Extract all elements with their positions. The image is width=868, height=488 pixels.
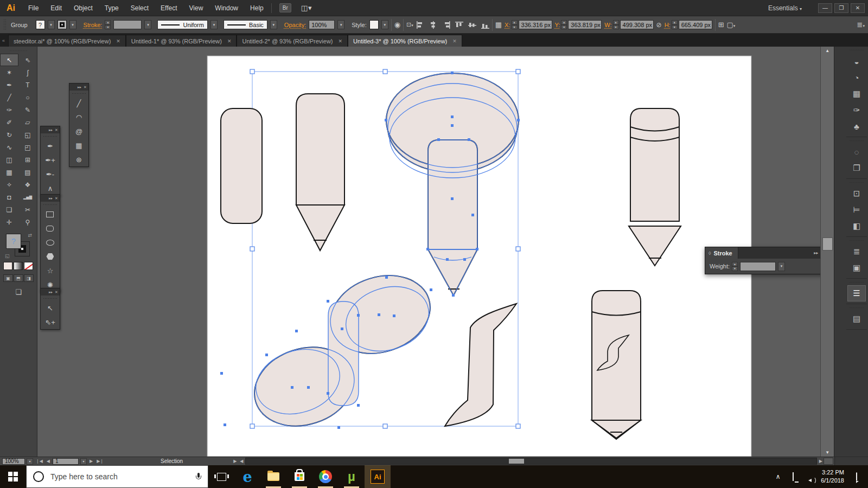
illustrator-app-button[interactable]: Ai	[365, 465, 391, 488]
magic-wand-tool[interactable]: ✶	[0, 66, 18, 79]
column-graph-tool[interactable]: ▂▅▇	[18, 191, 37, 203]
transform-icon[interactable]: ⊞	[718, 21, 724, 29]
align-v-middle-icon[interactable]	[468, 21, 476, 29]
dock-grip[interactable]	[850, 280, 864, 284]
control-panel-menu-icon[interactable]: ≣▾	[857, 21, 865, 29]
style-dropdown-icon[interactable]: ▾	[381, 20, 388, 29]
transform-reference-icon[interactable]: ⊡▾	[406, 21, 413, 28]
menu-file[interactable]: File	[28, 4, 39, 12]
scroll-down-icon[interactable]: ▼	[821, 450, 834, 455]
spiral-tool[interactable]: @	[69, 124, 88, 138]
draw-normal-mode-button[interactable]: ▣	[3, 274, 13, 282]
blend-tool[interactable]: ❖	[18, 178, 37, 191]
menu-object[interactable]: Object	[74, 4, 93, 12]
horizontal-scrollbar[interactable]	[245, 458, 816, 465]
horizontal-scroll-thumb[interactable]	[509, 459, 524, 464]
pathfinder-panel-icon[interactable]: ◧	[847, 218, 866, 234]
start-button[interactable]	[0, 465, 26, 488]
taskbar-clock[interactable]: 3:22 PM 6/1/2018	[816, 468, 848, 485]
scroll-up-icon[interactable]: ▲	[821, 48, 834, 53]
stroke-panel-icon[interactable]: ☰	[847, 285, 866, 301]
menu-select[interactable]: Select	[131, 4, 149, 12]
swatches-panel-icon[interactable]: ▦	[847, 86, 866, 102]
file-explorer-button[interactable]	[260, 465, 286, 488]
free-transform-tool[interactable]: ◰	[18, 141, 37, 153]
network-icon[interactable]	[786, 473, 800, 480]
panel-grip[interactable]	[72, 92, 86, 95]
close-icon[interactable]: ✕	[55, 196, 58, 201]
menu-help[interactable]: Help	[250, 4, 264, 12]
variable-width-dropdown-icon[interactable]: ▾	[210, 20, 218, 29]
x-value[interactable]: 336.316 px	[519, 20, 552, 29]
tab-close-icon[interactable]: ✕	[116, 38, 120, 44]
tab-close-icon[interactable]: ✕	[339, 38, 343, 44]
scale-tool[interactable]: ◱	[18, 129, 37, 141]
dock-grip[interactable]	[850, 181, 864, 184]
paintbrush-tool[interactable]: ✑	[0, 104, 18, 116]
h-value[interactable]: 665.409 px	[679, 20, 712, 29]
arc-tool[interactable]: ◠	[69, 110, 88, 124]
menu-window[interactable]: Window	[215, 4, 238, 12]
line-segment-tool[interactable]: ╱	[69, 96, 88, 110]
collapse-panel-icon[interactable]: ▸▸	[78, 85, 81, 89]
vertical-scrollbar[interactable]: ▲ ▼	[820, 47, 834, 457]
fill-dropdown-arrow-icon[interactable]: ▾	[48, 20, 55, 29]
mesh-tool[interactable]: ▦	[0, 166, 18, 178]
ellipse-tool[interactable]	[41, 235, 60, 249]
brush-dropdown-icon[interactable]: ▾	[270, 20, 277, 29]
menu-effect[interactable]: Effect	[161, 4, 177, 12]
first-artboard-icon[interactable]: ❘◀	[35, 459, 44, 464]
collapse-diamond-icon[interactable]: ◊	[709, 251, 711, 256]
panel-grip[interactable]	[43, 297, 58, 300]
selection-tool[interactable]: ↖	[0, 54, 18, 66]
line-segment-tool[interactable]: ╱	[0, 91, 18, 104]
collapse-panels-icon[interactable]: «	[2, 38, 5, 43]
transparency-panel-icon[interactable]: ◌	[847, 144, 866, 160]
y-label[interactable]: Y:	[555, 22, 560, 28]
dock-grip[interactable]	[850, 139, 864, 143]
panel-grip[interactable]	[43, 203, 58, 206]
transform-panel-icon[interactable]: ⊡	[847, 185, 866, 202]
star-tool[interactable]: ☆	[41, 264, 60, 278]
next-artboard-icon[interactable]: ▶	[88, 459, 94, 464]
w-label[interactable]: W:	[604, 22, 611, 28]
variable-width-profile-select[interactable]: Uniform	[157, 20, 208, 29]
fill-swatch[interactable]: ?	[6, 234, 21, 249]
default-fill-stroke-icon[interactable]: ◱	[5, 253, 10, 259]
direct-selection-tool[interactable]: ⇖	[18, 54, 37, 66]
weight-stepper[interactable]: ▲▼	[732, 262, 738, 271]
bridge-button[interactable]: Br	[279, 3, 291, 12]
artboard-dropdown-icon[interactable]: ▾	[80, 458, 87, 465]
stroke-weight-dropdown-icon[interactable]: ▾	[144, 20, 151, 29]
rectangle-tool[interactable]	[41, 207, 60, 221]
color-guide-panel-icon[interactable]: ◔	[847, 69, 866, 86]
x-label[interactable]: X:	[505, 22, 510, 28]
pencil-tool[interactable]: ✎	[18, 104, 37, 116]
align-panel-icon[interactable]: ⊨	[847, 202, 866, 218]
last-artboard-icon[interactable]: ▶❘	[95, 459, 105, 464]
close-button[interactable]: ✕	[851, 3, 865, 13]
align-h-center-icon[interactable]	[429, 21, 437, 29]
zoom-dropdown-icon[interactable]: ▾	[27, 458, 33, 465]
menu-edit[interactable]: Edit	[50, 4, 62, 12]
task-view-button[interactable]	[208, 465, 234, 488]
close-icon[interactable]: ✕	[84, 85, 87, 89]
draw-inside-mode-button[interactable]: ◨	[24, 274, 34, 282]
add-anchor-point-tool[interactable]: ✒+	[41, 153, 60, 167]
selection-tool[interactable]: ↖	[41, 301, 60, 315]
scroll-left-icon[interactable]: ◀	[239, 459, 244, 464]
opacity-label[interactable]: Opacity:	[284, 22, 306, 28]
document-tab-3[interactable]: Untitled-2* @ 93% (RGB/Preview)✕	[237, 35, 348, 47]
artboards-panel-icon[interactable]: ▣	[847, 260, 866, 276]
w-value[interactable]: 499.308 px	[620, 20, 654, 29]
select-similar-icon[interactable]: ▢▾	[727, 21, 736, 29]
delete-anchor-point-tool[interactable]: ✒-	[41, 167, 60, 181]
collapse-panel-icon[interactable]: ▸▸	[49, 290, 53, 294]
align-top-icon[interactable]	[455, 21, 463, 29]
dock-grip[interactable]	[850, 48, 864, 52]
tab-close-icon[interactable]: ✕	[227, 38, 232, 44]
draw-behind-mode-button[interactable]: ⬒	[14, 274, 23, 282]
dock-grip[interactable]	[850, 239, 864, 242]
slice-tool[interactable]: ✂	[18, 203, 37, 216]
document-tab-2[interactable]: Untitled-1* @ 93% (RGB/Preview)✕	[126, 35, 237, 47]
